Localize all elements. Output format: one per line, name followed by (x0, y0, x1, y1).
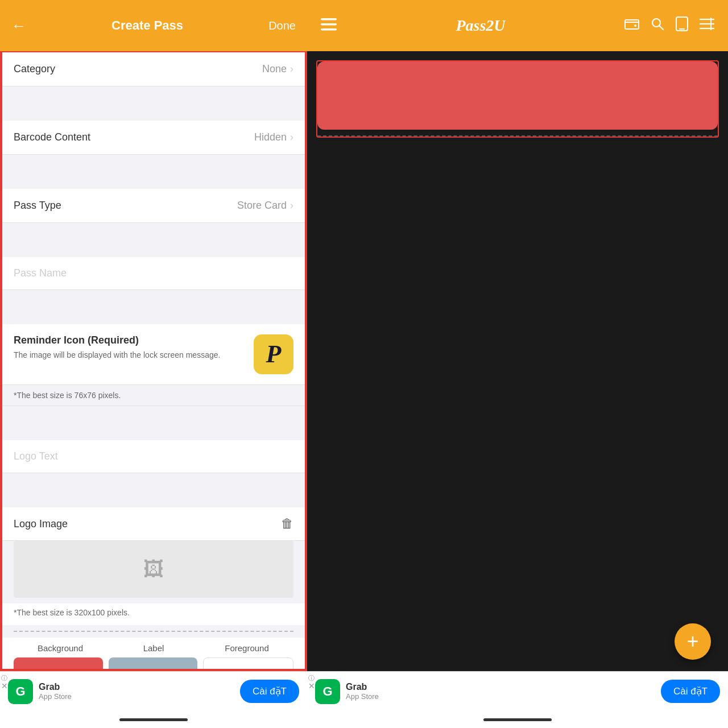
right-ad-install-button[interactable]: Cài đặT (661, 680, 720, 703)
right-ad-app-store: App Store (346, 692, 661, 701)
fab-plus-icon: + (686, 631, 698, 652)
right-ad-text: Grab App Store (346, 682, 661, 701)
right-header-icons (624, 16, 714, 35)
reminder-icon[interactable]: P (254, 334, 293, 374)
svg-rect-0 (321, 18, 337, 20)
form-wrapper: Category None › Barcode Content Hidden › (0, 51, 307, 671)
color-label-label: Label (107, 643, 200, 653)
color-labels: Background Label Foreground (14, 643, 293, 653)
page-title: Create Pass (111, 18, 183, 33)
ad-app-store: App Store (39, 692, 240, 701)
size-hint-2: *The best size is 320x100 pixels. (2, 603, 305, 625)
pass-name-input[interactable] (14, 267, 293, 279)
reminder-title: Reminder Icon (Required) (14, 334, 246, 346)
done-button[interactable]: Done (268, 19, 296, 32)
logo-text-row[interactable] (2, 440, 305, 473)
reminder-text: Reminder Icon (Required) The image will … (14, 334, 246, 361)
separator-6 (2, 473, 305, 507)
svg-rect-3 (625, 20, 639, 29)
separator-5 (2, 406, 305, 440)
right-panel: Pass2U (307, 0, 728, 728)
logo-image-label: Logo Image (14, 518, 68, 530)
category-label: Category (14, 63, 55, 75)
svg-rect-2 (321, 28, 337, 31)
left-header: ← Create Pass Done (0, 0, 307, 51)
chevron-icon-3: › (290, 200, 293, 212)
reminder-desc: The image will be displayed with the loc… (14, 350, 246, 361)
chevron-icon: › (290, 63, 293, 75)
right-ad-logo: G (315, 679, 340, 704)
color-swatch-foreground[interactable] (203, 657, 293, 670)
right-ad-close[interactable]: ✕ (308, 681, 315, 690)
pass-card-preview (317, 61, 718, 130)
pass-dashed-line (317, 135, 718, 136)
phone-icon[interactable] (676, 16, 688, 35)
pass-type-value: Store Card › (237, 200, 293, 212)
trash-icon[interactable]: 🗑 (281, 516, 293, 531)
pass-name-row[interactable] (2, 257, 305, 290)
logo-text-input[interactable] (14, 450, 293, 462)
separator-4 (2, 290, 305, 324)
hamburger-icon[interactable] (321, 17, 337, 35)
ad-app-name: Grab (39, 682, 240, 692)
pass-preview-area (307, 51, 728, 671)
form-container: Category None › Barcode Content Hidden › (1, 52, 306, 670)
app-logo: Pass2U (456, 16, 505, 35)
color-swatch-background[interactable] (14, 657, 103, 670)
color-swatches (14, 657, 293, 670)
svg-rect-1 (321, 23, 337, 26)
barcode-label: Barcode Content (14, 131, 90, 143)
left-panel: ← Create Pass Done Category None › Barco… (0, 0, 307, 728)
separator-2 (2, 155, 305, 189)
ad-text: Grab App Store (39, 682, 240, 701)
ad-close-icon[interactable]: ✕ (1, 681, 8, 690)
size-hint-1: *The best size is 76x76 pixels. (2, 385, 305, 406)
reminder-icon-letter: P (266, 342, 282, 367)
pass-preview-border (316, 60, 719, 138)
color-swatch-label[interactable] (109, 657, 198, 670)
right-ad-banner: ⓘ ✕ G Grab App Store Cài đặT (307, 671, 728, 711)
home-indicator-left (0, 711, 307, 728)
color-label-fg: Foreground (200, 643, 293, 653)
svg-point-4 (634, 24, 636, 27)
logo-image-placeholder[interactable]: 🖼 (14, 541, 293, 598)
right-header: Pass2U (307, 0, 728, 51)
back-button[interactable]: ← (11, 17, 26, 35)
home-bar-left (119, 718, 188, 721)
ad-install-button[interactable]: Cài đặT (240, 680, 299, 703)
color-section: Background Label Foreground (2, 638, 305, 670)
pass-type-row[interactable]: Pass Type Store Card › (2, 189, 305, 223)
category-value: None › (262, 63, 293, 75)
logo-image-header: Logo Image 🗑 (2, 507, 305, 541)
barcode-row[interactable]: Barcode Content Hidden › (2, 121, 305, 155)
color-label-bg: Background (14, 643, 107, 653)
fab-button[interactable]: + (675, 623, 711, 660)
category-row[interactable]: Category None › (2, 52, 305, 86)
right-ad-app-name: Grab (346, 682, 661, 692)
barcode-value: Hidden › (254, 131, 293, 143)
home-indicator-right (307, 711, 728, 728)
separator-3 (2, 223, 305, 257)
wallet-icon[interactable] (624, 16, 639, 35)
svg-line-6 (660, 26, 664, 30)
image-placeholder-icon: 🖼 (143, 557, 164, 581)
ad-logo: G (8, 679, 33, 704)
reminder-icon-row[interactable]: Reminder Icon (Required) The image will … (2, 324, 305, 385)
left-ad-banner: ⓘ ✕ G Grab App Store Cài đặT (0, 671, 307, 711)
dashed-divider (14, 631, 293, 632)
pass-type-label: Pass Type (14, 200, 61, 212)
separator-1 (2, 86, 305, 121)
search-icon[interactable] (651, 17, 664, 34)
home-bar-right (483, 718, 552, 721)
list-icon[interactable] (700, 18, 714, 34)
chevron-icon-2: › (290, 131, 293, 143)
